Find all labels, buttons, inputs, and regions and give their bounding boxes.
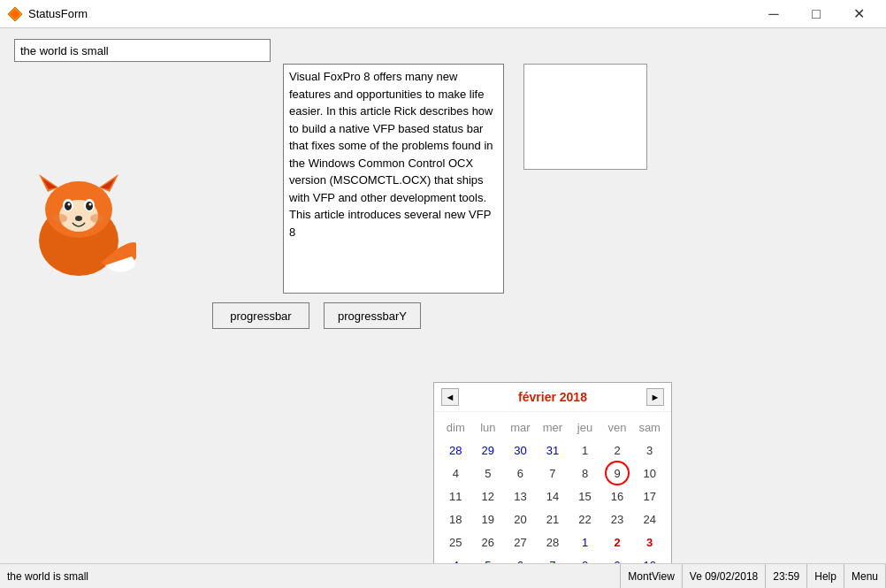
cal-day[interactable]: 28	[538, 531, 568, 554]
day-header-sat: sam	[635, 416, 665, 439]
cal-week-2: 4 5 6 7 8 9 10	[439, 462, 666, 485]
cal-day[interactable]: 31	[538, 439, 568, 462]
cal-next-button[interactable]: ►	[646, 388, 664, 406]
calendar-day-headers: dim lun mar mer jeu ven sam	[439, 416, 666, 439]
cal-day[interactable]: 1	[570, 531, 600, 554]
cal-day[interactable]: 15	[570, 485, 600, 508]
close-button[interactable]: ✕	[838, 0, 879, 28]
cal-week-1: 28 29 30 31 1 2 3	[439, 439, 666, 462]
cal-day[interactable]: 1	[570, 439, 600, 462]
svg-point-12	[86, 202, 93, 210]
cal-day[interactable]: 11	[440, 485, 470, 508]
window-controls: ─ □ ✕	[753, 0, 879, 28]
cal-prev-button[interactable]: ◄	[441, 388, 459, 406]
fox-logo	[14, 163, 142, 291]
app-icon	[7, 6, 23, 22]
cal-day[interactable]: 29	[473, 439, 503, 462]
day-header-tue: mar	[505, 416, 535, 439]
status-segment-1: the world is small	[0, 564, 621, 588]
progressbarY-button[interactable]: progressbarY	[324, 302, 421, 329]
minimize-button[interactable]: ─	[753, 0, 794, 28]
calendar-month-title: février 2018	[518, 390, 587, 404]
main-content: Visual FoxPro 8 offers many new features…	[0, 28, 886, 563]
maximize-button[interactable]: □	[796, 0, 836, 28]
cal-day[interactable]: 14	[538, 485, 568, 508]
day-header-wed: mer	[538, 416, 568, 439]
cal-day[interactable]: 23	[602, 508, 632, 531]
cal-day[interactable]: 12	[473, 485, 503, 508]
cal-day[interactable]: 7	[538, 462, 568, 485]
title-bar: StatusForm ─ □ ✕	[0, 0, 886, 28]
cal-day[interactable]: 8	[570, 462, 600, 485]
status-bar: the world is small MontView Ve 09/02/201…	[0, 563, 886, 588]
cal-day[interactable]: 25	[440, 531, 470, 554]
status-segment-2: MontView	[621, 564, 682, 588]
cal-day[interactable]: 10	[635, 462, 665, 485]
help-button[interactable]: Help	[807, 564, 844, 588]
cal-week-3: 11 12 13 14 15 16 17	[439, 485, 666, 508]
svg-point-11	[65, 202, 72, 210]
calendar-header: ◄ février 2018 ►	[434, 383, 671, 412]
cal-day[interactable]: 19	[473, 508, 503, 531]
cal-day-selected[interactable]: 9	[602, 462, 632, 485]
cal-day[interactable]: 3	[635, 439, 665, 462]
status-segment-3: Ve 09/02/2018	[683, 564, 766, 588]
cal-day[interactable]: 5	[473, 462, 503, 485]
cal-day[interactable]: 16	[602, 485, 632, 508]
status-segment-4: 23:59	[766, 564, 807, 588]
text-area[interactable]: Visual FoxPro 8 offers many new features…	[283, 64, 504, 294]
image-box	[523, 64, 647, 170]
progressbar-button[interactable]: progressbar	[212, 302, 309, 329]
svg-point-14	[88, 202, 91, 205]
cal-day[interactable]: 4	[440, 462, 470, 485]
cal-week-5: 25 26 27 28 1 2 3	[439, 531, 666, 554]
svg-point-13	[67, 202, 70, 205]
cal-day[interactable]: 27	[505, 531, 535, 554]
cal-day[interactable]: 18	[440, 508, 470, 531]
text-input[interactable]	[14, 39, 271, 62]
window-title: StatusForm	[28, 7, 753, 20]
cal-week-4: 18 19 20 21 22 23 24	[439, 508, 666, 531]
cal-day[interactable]: 30	[505, 439, 535, 462]
cal-day[interactable]: 20	[505, 508, 535, 531]
cal-day[interactable]: 6	[505, 462, 535, 485]
calendar-widget: ◄ février 2018 ► dim lun mar mer jeu ven…	[433, 382, 672, 588]
cal-day[interactable]: 2	[602, 531, 632, 554]
day-header-sun: dim	[440, 416, 470, 439]
cal-day[interactable]: 21	[538, 508, 568, 531]
cal-day[interactable]: 22	[570, 508, 600, 531]
cal-day[interactable]: 2	[602, 439, 632, 462]
day-header-thu: jeu	[570, 416, 600, 439]
cal-day[interactable]: 24	[635, 508, 665, 531]
cal-day[interactable]: 26	[473, 531, 503, 554]
cal-day[interactable]: 3	[635, 531, 665, 554]
cal-day[interactable]: 13	[505, 485, 535, 508]
svg-point-15	[75, 216, 82, 221]
cal-day[interactable]: 28	[440, 439, 470, 462]
calendar-grid: dim lun mar mer jeu ven sam 28 29 30 31 …	[434, 412, 671, 580]
menu-button[interactable]: Menu	[844, 564, 886, 588]
svg-point-17	[90, 214, 104, 223]
day-header-fri: ven	[602, 416, 632, 439]
svg-point-16	[53, 214, 67, 223]
cal-day[interactable]: 17	[635, 485, 665, 508]
day-header-mon: lun	[473, 416, 503, 439]
